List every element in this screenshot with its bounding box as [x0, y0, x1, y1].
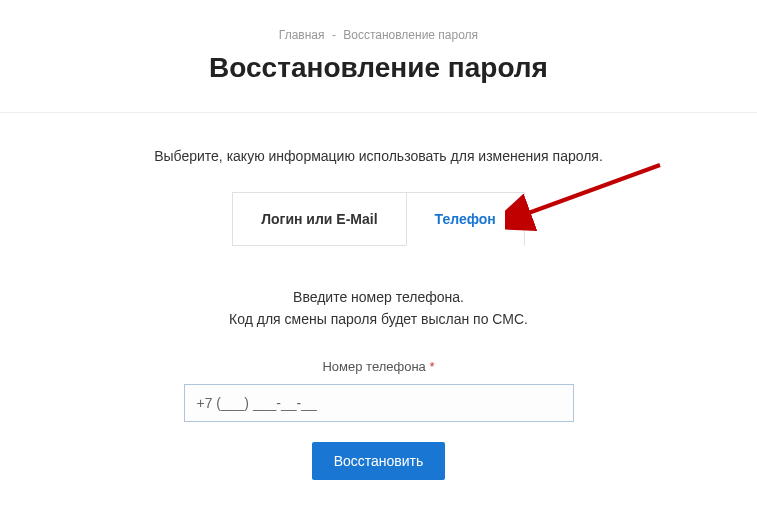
field-label-text: Номер телефона	[322, 359, 425, 374]
phone-field-label: Номер телефона *	[0, 359, 757, 374]
divider	[0, 112, 757, 113]
panel-line1: Введите номер телефона.	[0, 286, 757, 308]
phone-input-wrap	[0, 384, 757, 422]
breadcrumb-separator: -	[332, 28, 336, 42]
tab-login-email[interactable]: Логин или E-Mail	[232, 192, 405, 246]
phone-input[interactable]	[184, 384, 574, 422]
required-mark: *	[429, 359, 434, 374]
restore-button[interactable]: Восстановить	[312, 442, 446, 480]
breadcrumb-home-link[interactable]: Главная	[279, 28, 325, 42]
submit-wrap: Восстановить	[0, 442, 757, 480]
breadcrumb-current: Восстановление пароля	[343, 28, 478, 42]
panel-line2: Код для смены пароля будет выслан по СМС…	[0, 308, 757, 330]
tab-phone[interactable]: Телефон	[406, 192, 525, 246]
instructions-text: Выберите, какую информацию использовать …	[0, 148, 757, 164]
page-title: Восстановление пароля	[0, 52, 757, 84]
breadcrumb: Главная - Восстановление пароля	[0, 0, 757, 42]
tab-panel-phone: Введите номер телефона. Код для смены па…	[0, 286, 757, 480]
tabs-container: Логин или E-Mail Телефон	[0, 192, 757, 246]
